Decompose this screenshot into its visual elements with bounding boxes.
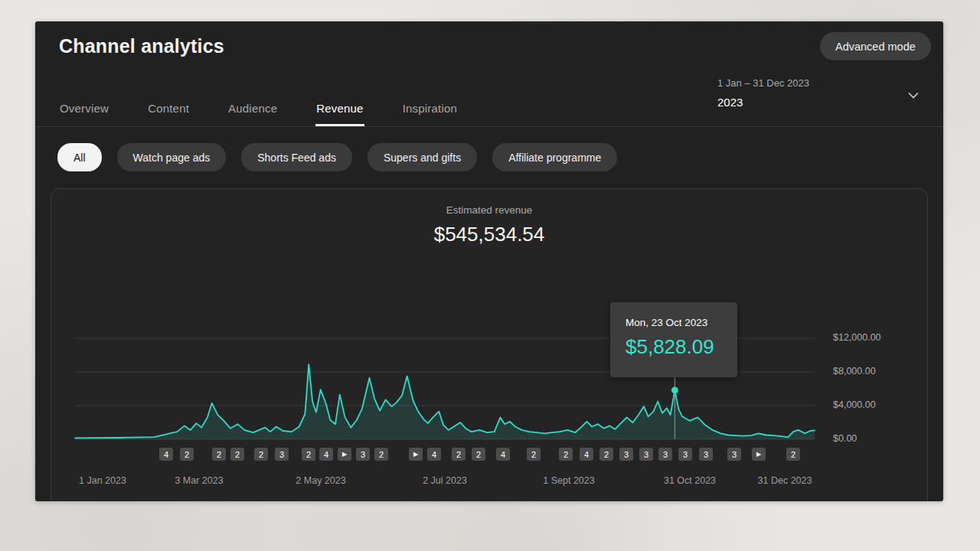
desktop-background: Channel analytics Advanced mode 1 Jan – … xyxy=(0,0,980,551)
y-axis-label: $8,000.00 xyxy=(833,366,876,377)
video-marker[interactable]: 3 xyxy=(727,448,741,461)
tabs: OverviewContentAudienceRevenueInspiratio… xyxy=(59,90,458,126)
video-marker[interactable]: 2 xyxy=(212,448,226,461)
video-marker[interactable]: 2 xyxy=(374,448,388,461)
video-marker[interactable]: 2 xyxy=(786,448,800,461)
chip-affiliate-programme[interactable]: Affiliate programme xyxy=(492,143,617,171)
x-axis-label: 2 May 2023 xyxy=(296,475,345,486)
chart-tooltip: Mon, 23 Oct 2023 $5,828.09 xyxy=(610,302,737,377)
video-marker[interactable]: 2 xyxy=(472,448,485,461)
video-marker[interactable]: 4 xyxy=(319,448,333,461)
x-axis-label: 31 Oct 2023 xyxy=(664,475,716,486)
filter-chips: AllWatch page adsShorts Feed adsSupers a… xyxy=(57,143,617,171)
video-marker[interactable]: 3 xyxy=(699,448,713,461)
video-marker-play[interactable]: ▶ xyxy=(752,448,766,461)
chip-all[interactable]: All xyxy=(57,143,102,171)
date-range-text: 1 Jan – 31 Dec 2023 xyxy=(717,77,809,89)
tooltip-value: $5,828.09 xyxy=(626,335,722,359)
x-axis-label: 3 Mar 2023 xyxy=(175,475,223,486)
tab-audience[interactable]: Audience xyxy=(227,90,278,126)
channel-analytics-window: Channel analytics Advanced mode 1 Jan – … xyxy=(35,21,943,501)
tooltip-date: Mon, 23 Oct 2023 xyxy=(626,317,722,328)
chip-shorts-feed-ads[interactable]: Shorts Feed ads xyxy=(241,143,352,171)
x-axis-label: 1 Jan 2023 xyxy=(79,475,126,486)
video-marker[interactable]: 2 xyxy=(180,448,194,461)
y-axis-label: $12,000.00 xyxy=(833,332,881,343)
video-markers: 42222324▶32▶42242242333333▶2 xyxy=(75,448,815,461)
date-year-text: 2023 xyxy=(717,96,743,109)
y-axis-label: $4,000.00 xyxy=(833,399,876,410)
video-marker[interactable]: 4 xyxy=(580,448,593,461)
x-axis-labels: 1 Jan 20233 Mar 20232 May 20232 Jul 2023… xyxy=(75,475,819,487)
metric-label: Estimated revenue xyxy=(51,204,927,216)
tab-overview[interactable]: Overview xyxy=(59,90,109,126)
x-axis-label: 2 Jul 2023 xyxy=(423,475,467,486)
video-marker[interactable]: 2 xyxy=(254,448,268,461)
video-marker[interactable]: 2 xyxy=(527,448,541,461)
x-axis-label: 31 Dec 2023 xyxy=(758,475,812,486)
y-axis-labels: $12,000.00$8,000.00$4,000.00$0.00 xyxy=(833,189,917,501)
video-marker[interactable]: 2 xyxy=(559,448,573,461)
video-marker-play[interactable]: ▶ xyxy=(409,448,423,461)
video-marker[interactable]: 3 xyxy=(275,448,289,461)
video-marker[interactable]: 4 xyxy=(159,448,173,461)
video-marker[interactable]: 4 xyxy=(496,448,510,461)
tab-inspiration[interactable]: Inspiration xyxy=(402,90,458,126)
video-marker[interactable]: 2 xyxy=(452,448,466,461)
video-marker[interactable]: 3 xyxy=(678,448,692,461)
tab-content[interactable]: Content xyxy=(147,90,190,126)
chip-supers-and-gifts[interactable]: Supers and gifts xyxy=(368,143,477,171)
video-marker[interactable]: 3 xyxy=(619,448,633,461)
date-range-selector[interactable]: 1 Jan – 31 Dec 2023 2023 xyxy=(717,73,921,122)
video-marker[interactable]: 3 xyxy=(356,448,370,461)
video-marker[interactable]: 2 xyxy=(230,448,244,461)
video-marker[interactable]: 3 xyxy=(658,448,672,461)
tab-revenue[interactable]: Revenue xyxy=(315,90,364,126)
metric-total: $545,534.54 xyxy=(51,223,927,246)
advanced-mode-button[interactable]: Advanced mode xyxy=(820,32,931,60)
y-axis-label: $0.00 xyxy=(833,433,857,444)
video-marker[interactable]: 3 xyxy=(639,448,653,461)
revenue-chart-card: Estimated revenue $545,534.54 $12,000.00… xyxy=(51,188,928,501)
page-title: Channel analytics xyxy=(59,35,224,57)
chip-watch-page-ads[interactable]: Watch page ads xyxy=(117,143,227,171)
x-axis-label: 1 Sept 2023 xyxy=(543,475,594,486)
video-marker-play[interactable]: ▶ xyxy=(338,448,351,461)
header-divider xyxy=(35,126,943,127)
video-marker[interactable]: 2 xyxy=(302,448,315,461)
video-marker[interactable]: 2 xyxy=(599,448,613,461)
video-marker[interactable]: 4 xyxy=(427,448,441,461)
chevron-down-icon xyxy=(907,92,920,99)
